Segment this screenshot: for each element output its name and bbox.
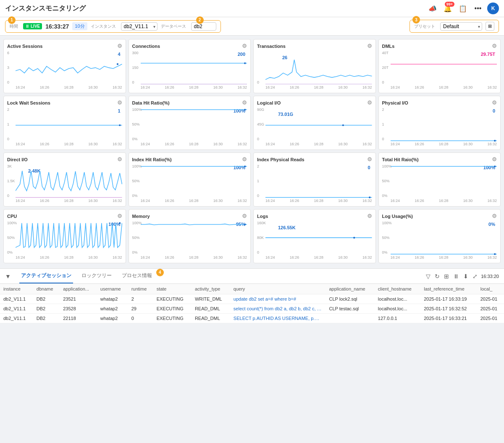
megaphone-icon[interactable]: 📣 — [427, 3, 438, 14]
col-client-hostname: client_hostname — [375, 284, 420, 294]
chart-svg-total-hit-ratio — [391, 164, 497, 200]
tab-lock-tree[interactable]: ロックツリー — [80, 269, 113, 283]
chart-title-physical-io: Physical I/O ⚙ — [382, 100, 497, 106]
tab-process-info[interactable]: プロセス情報 — [120, 269, 154, 283]
live-badge[interactable]: ⏸ LIVE — [23, 23, 42, 29]
time-range[interactable]: 10分 — [72, 22, 87, 30]
expand-icon[interactable]: ⤢ — [472, 272, 478, 280]
chart-title-transactions: Transactions ⚙ — [257, 43, 372, 49]
chart-svg-cpu — [16, 221, 122, 257]
chart-title-active-sessions: Active Sessions ⚙ — [7, 43, 122, 49]
chart-gear-log-usage[interactable]: ⚙ — [492, 213, 497, 219]
cell-query-0[interactable]: update db2 set a=# where b=# — [230, 294, 326, 304]
pause-tool-icon[interactable]: ⏸ — [452, 272, 460, 280]
chart-physical-io: Physical I/O ⚙ 2 1 0 0 16:24 16:26 16:28… — [378, 96, 501, 150]
instance-select-wrap[interactable]: db2_V11.1 — [121, 22, 158, 31]
chart-gear-index-physical-reads[interactable]: ⚙ — [367, 156, 372, 163]
svg-point-8 — [494, 165, 496, 167]
cell-dbname-1: DB2 — [33, 304, 60, 314]
preset-select-wrap[interactable]: Default — [440, 22, 482, 31]
y-axis-connections: 300 150 0 — [132, 51, 139, 84]
chart-area-physical-io: 2 1 0 0 — [382, 107, 497, 141]
charts-grid: Active Sessions ⚙ 6 3 0 4 16:24 16:26 16… — [0, 36, 504, 267]
chart-gear-connections[interactable]: ⚙ — [242, 43, 247, 49]
chart-gear-dmls[interactable]: ⚙ — [492, 43, 497, 49]
badge-1: 1 — [8, 16, 16, 24]
y-axis-transactions: 0 — [257, 51, 259, 84]
table-row: db2_V11.1 DB2 22118 whatap2 0 EXECUTING … — [0, 314, 504, 323]
cell-state-2: EXECUTING — [153, 314, 192, 323]
calendar-icon[interactable]: 📋 — [457, 3, 469, 14]
chart-gear-direct-io[interactable]: ⚙ — [117, 156, 122, 163]
cell-activity-type-1: READ_DML — [192, 304, 230, 314]
cell-runtime-2: 0 — [128, 314, 153, 323]
chart-area-data-hit-ratio: 100% 50% 0% 100% — [132, 107, 247, 141]
chart-gear-total-hit-ratio[interactable]: ⚙ — [492, 156, 497, 163]
y-axis-direct-io: 3K 1.5K 0 — [7, 164, 15, 198]
chart-area-connections: 300 150 0 200 — [132, 51, 247, 84]
filter-icon[interactable]: ▽ — [425, 272, 431, 280]
chart-gear-transactions[interactable]: ⚙ — [367, 43, 372, 49]
chart-area-direct-io: 3K 1.5K 0 2.48K — [7, 164, 122, 198]
svg-point-6 — [244, 165, 246, 167]
chart-area-transactions: 0 26 — [257, 51, 372, 84]
grid-layout-btn[interactable]: ⊞ — [486, 22, 494, 31]
svg-point-2 — [119, 124, 121, 126]
chart-svg-index-physical-reads — [265, 164, 372, 200]
chart-gear-index-hit-ratio[interactable]: ⚙ — [242, 156, 247, 163]
cell-appname-1: CLP testac.sql — [326, 304, 375, 314]
chart-gear-physical-io[interactable]: ⚙ — [492, 100, 497, 106]
refresh-icon[interactable]: ↻ — [434, 272, 441, 280]
chart-gear-data-hit-ratio[interactable]: ⚙ — [242, 100, 247, 106]
svg-point-10 — [244, 223, 246, 225]
chart-index-physical-reads: Index Physical Reads ⚙ 2 1 0 0 16:24 16:… — [253, 152, 376, 207]
cell-query-2[interactable]: SELECT p.AUTHID AS USERNAME, p.DB_NAM... — [230, 314, 326, 323]
database-group: データベース — [161, 24, 188, 29]
chart-gear-logical-io[interactable]: ⚙ — [367, 100, 372, 106]
download-icon[interactable]: ⬇ — [462, 272, 469, 280]
svg-point-0 — [117, 63, 118, 65]
col-dbname: dbname — [33, 284, 60, 294]
database-input[interactable] — [191, 22, 216, 31]
cell-username-1: whatap2 — [97, 304, 128, 314]
instance-select[interactable]: db2_V11.1 — [121, 22, 158, 31]
cell-query-1[interactable]: select count(*) from db2 a, db2 b, db2 c… — [230, 304, 326, 314]
tab-toggle-icon[interactable]: ▼ — [5, 273, 11, 280]
tab-active-sessions[interactable]: アクティブセッション — [19, 269, 73, 283]
col-app-name: application_name — [326, 284, 375, 294]
chart-gear-cpu[interactable]: ⚙ — [117, 213, 122, 219]
cell-dbname-2: DB2 — [33, 314, 60, 323]
cell-runtime-0: 2 — [128, 294, 153, 304]
cell-app-2: 22118 — [60, 314, 97, 323]
chart-gear-logs[interactable]: ⚙ — [367, 213, 372, 219]
cell-local-0: 2025-01 — [477, 294, 504, 304]
y-axis-physical-io: 2 1 0 — [382, 107, 384, 141]
chart-gear-lock-wait[interactable]: ⚙ — [117, 100, 122, 106]
preset-select[interactable]: Default — [440, 22, 482, 31]
active-sessions-table: instance dbname application... username … — [0, 284, 504, 323]
cell-instance-2: db2_V11.1 — [0, 314, 33, 323]
cell-instance-1: db2_V11.1 — [0, 304, 33, 314]
more-icon[interactable]: ••• — [472, 3, 484, 14]
table-row: db2_V11.1 DB2 23528 whatap2 29 EXECUTING… — [0, 304, 504, 314]
chart-gear-active-sessions[interactable]: ⚙ — [117, 43, 122, 49]
col-runtime: runtime — [128, 284, 153, 294]
bell-icon[interactable]: 🔔 99+ — [442, 3, 454, 14]
chart-title-index-physical-reads: Index Physical Reads ⚙ — [257, 156, 372, 163]
chart-svg-active-sessions — [16, 51, 122, 87]
database-label: データベース — [161, 24, 186, 29]
table-row: db2_V11.1 DB2 23521 whatap2 2 EXECUTING … — [0, 294, 504, 304]
col-application: application... — [60, 284, 97, 294]
chart-gear-memory[interactable]: ⚙ — [242, 213, 247, 219]
cell-app-0: 23521 — [60, 294, 97, 304]
chart-title-total-hit-ratio: Total Hit Raio(%) ⚙ — [382, 156, 497, 163]
controls-bar: 1 時間 ⏸ LIVE 16:33:27 10分 インスタンス db2_V11.… — [0, 17, 504, 36]
chart-svg-lock-wait — [16, 107, 122, 143]
bottom-toolbar: ▽ ↻ ⊞ ⏸ ⬇ ⤢ 16:33:20 — [425, 272, 499, 280]
chart-cpu: CPU ⚙ 100% 50% 0% 100% 16:24 16:26 16:28… — [3, 209, 126, 263]
controls-group-left: 1 時間 ⏸ LIVE 16:33:27 10分 インスタンス db2_V11.… — [5, 20, 221, 33]
user-avatar[interactable]: K — [487, 3, 499, 14]
chart-title-memory: Memory ⚙ — [132, 213, 247, 219]
preset-label: プリセット — [414, 24, 435, 29]
grid-icon[interactable]: ⊞ — [443, 272, 450, 280]
